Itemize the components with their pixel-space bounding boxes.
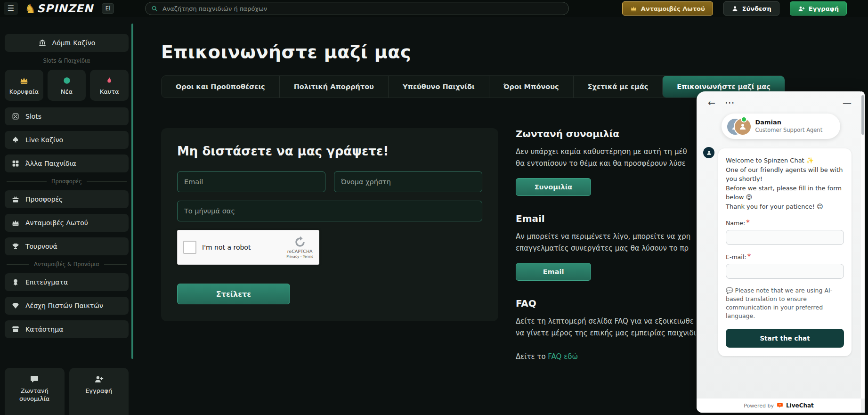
chat-header: ← ⋯ —	[697, 91, 865, 109]
language-switcher[interactable]: El	[102, 3, 114, 14]
required-asterisk: *	[747, 252, 751, 261]
recaptcha-label: I'm not a robot	[202, 244, 251, 251]
sidebar-item-tournaments[interactable]: Τουρνουά	[5, 237, 129, 255]
section-rewards-perks: Ανταμοιβές & Προνόμια	[7, 261, 127, 268]
email-field[interactable]	[177, 171, 325, 192]
contact-form-card: Μη διστάσετε να μας γράψετε! I'm not a r…	[161, 128, 498, 321]
tab-responsible-gaming[interactable]: Υπεύθυνο Παιχνίδι	[388, 76, 489, 98]
store-icon	[11, 325, 20, 334]
welcome-line: Thank you for your patience! 😊	[726, 202, 844, 212]
username-field[interactable]	[334, 171, 482, 192]
chat-email-input[interactable]	[726, 264, 844, 279]
page-title: Επικοινωνήστε μαζί μας	[161, 41, 868, 62]
agent-meta: Damian Customer Support Agent	[755, 119, 823, 134]
form-heading: Μη διστάσετε να μας γράψετε!	[177, 144, 482, 158]
login-button[interactable]: Σύνδεση	[723, 1, 779, 16]
sidebar-item-loyal-players-club[interactable]: Λέσχη Πιστών Παικτών	[5, 297, 129, 315]
flame-icon	[105, 76, 114, 85]
tile-new-games[interactable]: Νέα	[48, 70, 86, 101]
gift-icon	[11, 195, 20, 203]
sidebar-item-store[interactable]: Κατάστημα	[5, 320, 129, 338]
livechat-brand: LiveChat	[786, 402, 814, 409]
sidebar-item-achievements[interactable]: Επιτεύγματα	[5, 273, 129, 291]
quick-tiles: Κορυφαία Νέα Καυτα	[5, 70, 129, 101]
agent-avatars	[726, 118, 751, 135]
tile-hot-games[interactable]: Καυτα	[90, 70, 129, 101]
sidebar-item-offers[interactable]: Προσφορές	[5, 190, 129, 208]
speech-bubble-icon: 💬	[726, 287, 733, 294]
name-label: Name:	[726, 220, 745, 227]
user-icon	[731, 5, 738, 12]
search-input[interactable]	[162, 5, 563, 13]
bank-icon	[38, 39, 47, 47]
online-status-dot	[741, 116, 747, 122]
lotus-rewards-button[interactable]: Ανταμοιβές Λωτού	[622, 1, 713, 16]
agent-role: Customer Support Agent	[755, 126, 823, 134]
user-icon	[738, 122, 747, 131]
recaptcha-privacy-terms[interactable]: Privacy - Terms	[286, 254, 313, 259]
sidebar-item-slots[interactable]: Slots	[5, 107, 129, 125]
recaptcha-checkbox[interactable]	[183, 241, 196, 254]
recaptcha-logo-icon	[294, 236, 306, 248]
recaptcha-logo: reCAPTCHA Privacy - Terms	[286, 236, 313, 259]
zebra-logo-icon: ♞	[24, 2, 36, 15]
brand-logo[interactable]: ♞ SPINZEN	[24, 2, 93, 15]
email-label: E-mail:	[726, 253, 746, 260]
chat-name-input[interactable]	[726, 230, 844, 245]
message-field[interactable]	[177, 201, 482, 221]
tab-terms-conditions[interactable]: Οροι και Προϋποθέσεις	[162, 76, 279, 98]
start-chat-button[interactable]: Start the chat	[726, 329, 844, 348]
tile-top-games[interactable]: Κορυφαία	[5, 70, 43, 101]
user-icon	[706, 150, 712, 156]
crown-icon	[630, 5, 637, 12]
search-icon	[151, 5, 158, 12]
chat-minimize-button[interactable]: —	[841, 98, 853, 108]
crown-icon	[11, 219, 20, 227]
info-tabs: Οροι και Προϋποθέσεις Πολιτική Απορρήτου…	[161, 75, 785, 98]
section-slots-games: Slots & Παιχνίδια	[7, 57, 127, 64]
welcome-line: One of our friendly agents will be with …	[726, 165, 844, 184]
chat-email-field-group: E-mail:*	[726, 252, 844, 279]
email-button[interactable]: Email	[516, 263, 591, 281]
back-arrow-icon: ←	[708, 98, 715, 108]
register-button[interactable]: Εγγραφή	[790, 1, 847, 16]
chat-message-card: Welcome to Spinzen Chat ✨ One of our fri…	[718, 148, 852, 356]
sidebar-item-lotus-rewards[interactable]: Ανταμοιβές Λωτού	[5, 214, 129, 232]
ellipsis-icon: ⋯	[725, 97, 735, 108]
chat-menu-button[interactable]: ⋯	[723, 97, 737, 109]
trophy-icon	[11, 242, 20, 251]
medal-icon	[11, 278, 20, 286]
translation-note: 💬 Please note that we are using AI-based…	[726, 286, 844, 320]
tab-bonus-terms[interactable]: Όροι Μπόνους	[489, 76, 573, 98]
sidebar-item-other-games[interactable]: Άλλα Παιχνίδια	[5, 155, 129, 172]
live-chat-tile[interactable]: Ζωντανή συνομιλία	[5, 368, 65, 415]
required-asterisk: *	[746, 218, 750, 227]
sidebar-item-casino-lobby[interactable]: Λόμπι Καζίνο	[5, 34, 129, 52]
sidebar-item-live-casino[interactable]: Live Καζίνο	[5, 131, 129, 149]
faq-link[interactable]: FAQ εδώ	[548, 352, 578, 361]
chat-scrollbar-thumb[interactable]	[861, 95, 864, 135]
message-author-avatar	[703, 147, 714, 158]
tab-about-us[interactable]: Σχετικά με εμάς	[573, 76, 663, 98]
sidebar: Λόμπι Καζίνο Slots & Παιχνίδια Κορυφαία …	[0, 17, 133, 415]
dice-icon	[11, 112, 20, 121]
send-button[interactable]: Στείλετε	[177, 284, 290, 304]
chat-back-button[interactable]: ←	[706, 98, 717, 108]
chat-bubble-icon	[30, 374, 39, 384]
agent-card: Damian Customer Support Agent	[722, 114, 840, 139]
search-bar	[145, 2, 569, 15]
livechat-widget: ← ⋯ — Damian Customer Support Agent Welc…	[697, 91, 865, 413]
topbar-actions: Ανταμοιβές Λωτού Σύνδεση Εγγραφή	[622, 1, 847, 16]
menu-button[interactable]: ☰	[4, 2, 18, 15]
chat-name-field-group: Name:*	[726, 218, 844, 245]
chat-footer: Powered by LiveChat	[697, 399, 861, 413]
user-plus-icon	[94, 374, 104, 384]
tab-privacy-policy[interactable]: Πολιτική Απορρήτου	[279, 76, 388, 98]
crown-icon	[19, 76, 29, 85]
powered-by-label: Powered by	[744, 403, 774, 409]
welcome-line: Before we start, please fill in the form…	[726, 184, 844, 202]
sidebar-bottom-actions: Ζωντανή συνομιλία Εγγραφή	[5, 368, 129, 415]
register-tile[interactable]: Εγγραφή	[69, 368, 129, 415]
chat-button[interactable]: Συνομιλία	[516, 178, 591, 196]
livechat-logo-icon	[777, 402, 783, 409]
